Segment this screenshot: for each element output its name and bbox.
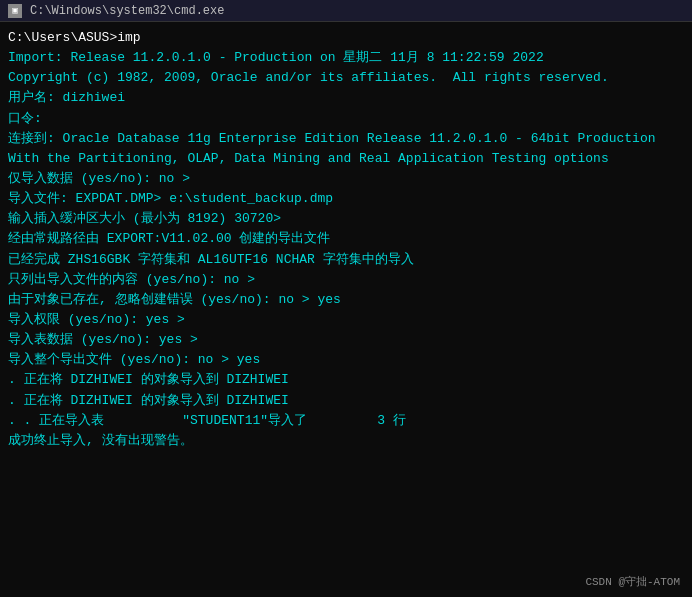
cmd-line: With the Partitioning, OLAP, Data Mining… (8, 149, 684, 169)
cmd-line: 口令: (8, 109, 684, 129)
cmd-line: . . 正在导入表 "STUDENT11"导入了 3 行 (8, 411, 684, 431)
title-bar-text: C:\Windows\system32\cmd.exe (30, 4, 224, 18)
cmd-line: . 正在将 DIZHIWEI 的对象导入到 DIZHIWEI (8, 370, 684, 390)
cmd-line: 导入表数据 (yes/no): yes > (8, 330, 684, 350)
cmd-line: 导入整个导出文件 (yes/no): no > yes (8, 350, 684, 370)
cmd-line: 由于对象已存在, 忽略创建错误 (yes/no): no > yes (8, 290, 684, 310)
cmd-line: 成功终止导入, 没有出现警告。 (8, 431, 684, 451)
cmd-line: 仅导入数据 (yes/no): no > (8, 169, 684, 189)
cmd-line: 导入权限 (yes/no): yes > (8, 310, 684, 330)
cmd-line: C:\Users\ASUS>imp (8, 28, 684, 48)
cmd-line: 已经完成 ZHS16GBK 字符集和 AL16UTF16 NCHAR 字符集中的… (8, 250, 684, 270)
cmd-line: Copyright (c) 1982, 2009, Oracle and/or … (8, 68, 684, 88)
cmd-line: 用户名: dizhiwei (8, 88, 684, 108)
cmd-line: 导入文件: EXPDAT.DMP> e:\student_backup.dmp (8, 189, 684, 209)
cmd-content[interactable]: C:\Users\ASUS>impImport: Release 11.2.0.… (0, 22, 692, 597)
cmd-line: Import: Release 11.2.0.1.0 - Production … (8, 48, 684, 68)
cmd-line: 连接到: Oracle Database 11g Enterprise Edit… (8, 129, 684, 149)
cmd-icon: ▣ (8, 4, 22, 18)
cmd-line: 经由常规路径由 EXPORT:V11.02.00 创建的导出文件 (8, 229, 684, 249)
title-bar: ▣ C:\Windows\system32\cmd.exe (0, 0, 692, 22)
cmd-line: 只列出导入文件的内容 (yes/no): no > (8, 270, 684, 290)
watermark-text: CSDN @守拙-ATOM (585, 574, 680, 589)
cmd-line: . 正在将 DIZHIWEI 的对象导入到 DIZHIWEI (8, 391, 684, 411)
cmd-line: 输入插入缓冲区大小 (最小为 8192) 30720> (8, 209, 684, 229)
cmd-window-container: ▣ C:\Windows\system32\cmd.exe C:\Users\A… (0, 0, 692, 597)
